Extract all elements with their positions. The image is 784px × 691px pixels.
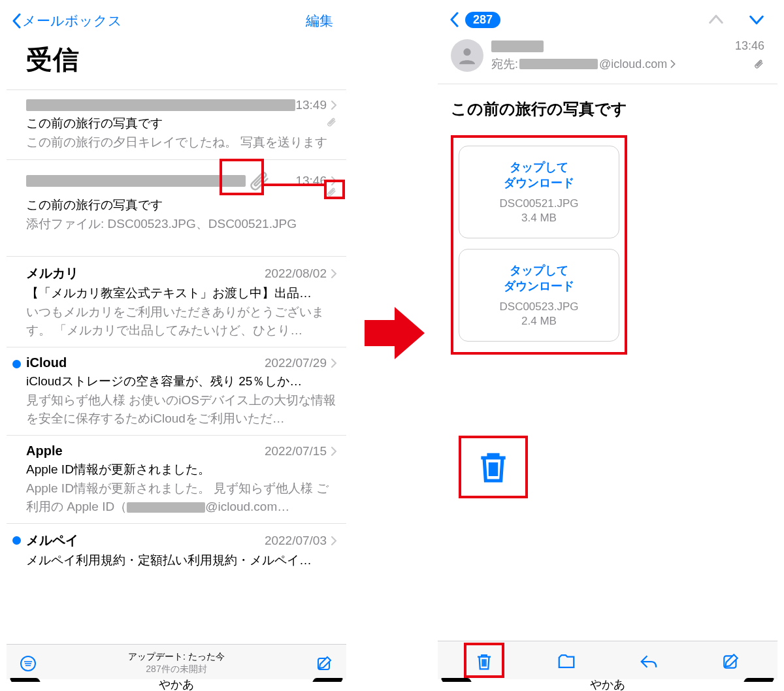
chevron-right-icon	[670, 59, 676, 69]
updated-label: アップデート: たった今	[38, 651, 315, 663]
highlight-box	[324, 180, 345, 199]
message-item[interactable]: 13:49 この前の旅行の写真です この前の旅行の夕日キレイでしたね。 写真を送…	[7, 89, 346, 159]
bottom-toolbar: アップデート: たった今 287件の未開封	[7, 644, 346, 679]
highlight-box	[464, 643, 504, 678]
chevron-right-icon	[331, 268, 337, 279]
keyboard-hint-text: やかあ	[159, 678, 194, 691]
page-title: 受信	[7, 42, 346, 89]
unread-badge[interactable]: 287	[465, 12, 500, 28]
message-subject: この前の旅行の写真です	[26, 197, 337, 214]
message-preview: 添付ファイル: DSC00523.JPG、DSC00521.JPG	[26, 215, 337, 233]
sender-redacted	[26, 175, 246, 187]
message-header: 宛先: @icloud.com 13:46	[438, 39, 777, 84]
avatar[interactable]	[451, 39, 483, 72]
sync-status: アップデート: たった今 287件の未開封	[38, 651, 315, 675]
back-button[interactable]	[449, 12, 459, 27]
message-item[interactable]: 13:46 この前の旅行の写真です 添付ファイル: DSC00523.JPG、D…	[7, 159, 346, 257]
edit-button[interactable]: 編集	[306, 12, 340, 30]
move-button[interactable]	[555, 651, 578, 673]
recipient-line[interactable]: 宛先: @icloud.com	[491, 56, 735, 72]
message-preview: いつもメルカリをご利用いただきありがとうございます。 「メルカリで出品してみたい…	[26, 303, 337, 339]
message-item[interactable]: Apple 2022/07/15 Apple ID情報が更新されました。 App…	[7, 435, 346, 523]
reply-icon	[639, 652, 659, 671]
trash-enlarged	[459, 436, 528, 498]
nav-bar: 287	[438, 0, 777, 39]
keyboard-hint: やかあ	[438, 677, 777, 691]
prev-message-button[interactable]	[707, 10, 725, 29]
bottom-toolbar	[438, 641, 777, 679]
inbox-screen: メールボックス 編集 受信 13:49 この前の旅行の写真です この前の旅行の夕…	[7, 0, 346, 691]
compose-button[interactable]	[720, 651, 742, 673]
message-date: 2022/07/03	[265, 534, 327, 548]
filter-button[interactable]	[18, 654, 38, 673]
message-preview: Apple ID情報が更新されました。 見ず知らず他人様 ご利用の Apple …	[26, 479, 337, 515]
delete-button[interactable]	[473, 651, 495, 673]
message-subject: Apple ID情報が更新されました。	[26, 461, 337, 478]
message-subject: この前の旅行の写真です	[26, 115, 337, 132]
message-subject: 【「メルカリ教室公式テキスト」お渡し中】出品…	[26, 285, 337, 302]
annotation-arrow	[365, 307, 425, 359]
highlight-box	[220, 159, 264, 195]
message-sender: メルペイ	[26, 532, 265, 549]
message-date: 2022/07/29	[265, 356, 327, 370]
chevron-right-icon	[331, 358, 337, 368]
back-label: メールボックス	[22, 12, 122, 30]
highlight-connector	[264, 184, 324, 186]
message-item[interactable]: メルカリ 2022/08/02 【「メルカリ教室公式テキスト」お渡し中】出品… …	[7, 256, 346, 347]
message-date: 13:49	[295, 98, 327, 112]
keyboard-hint: やかあ	[7, 677, 346, 691]
message-item[interactable]: iCloud 2022/07/29 iCloudストレージの空き容量が、残り 2…	[7, 347, 346, 435]
to-label: 宛先:	[491, 56, 518, 72]
compose-button[interactable]	[315, 654, 335, 673]
chevron-right-icon	[331, 536, 337, 546]
attachments-area: タップして ダウンロード DSC00521.JPG 3.4 MB タップして ダ…	[451, 135, 627, 352]
nav-bar: メールボックス 編集	[7, 0, 346, 42]
message-subject: この前の旅行の写真です	[438, 84, 777, 135]
message-item[interactable]: メルペイ 2022/07/03 メルペイ利用規約・定額払い利用規約・メルペイ…	[7, 523, 346, 577]
message-subject: iCloudストレージの空き容量が、残り 25％しか…	[26, 373, 337, 390]
highlight-box	[459, 436, 528, 498]
unread-count: 287件の未開封	[38, 664, 315, 675]
sender-redacted	[491, 40, 544, 52]
folder-icon	[557, 652, 576, 671]
message-time: 13:46	[735, 39, 764, 53]
reply-button[interactable]	[638, 651, 660, 673]
chevron-right-icon	[331, 100, 337, 110]
message-preview: 見ず知らず他人様 お使いのiOSデバイス上の大切な情報を安全に保存するためiCl…	[26, 391, 337, 427]
message-subject: メルペイ利用規約・定額払い利用規約・メルペイ…	[26, 552, 337, 569]
message-date: 2022/08/02	[265, 266, 327, 281]
compose-icon	[721, 652, 741, 671]
message-detail-screen: 287 宛先: @icloud.com 13:46 この前の旅行の写真です タッ…	[438, 0, 777, 691]
svg-point-2	[463, 48, 470, 56]
keyboard-hint-text: やかあ	[590, 678, 625, 691]
message-date: 2022/07/15	[265, 444, 327, 458]
message-list: 13:49 この前の旅行の写真です この前の旅行の夕日キレイでしたね。 写真を送…	[7, 89, 346, 577]
redacted-text	[127, 502, 205, 513]
next-message-button[interactable]	[747, 10, 766, 29]
to-domain: @icloud.com	[599, 57, 667, 71]
message-sender: メルカリ	[26, 265, 265, 282]
message-preview: この前の旅行の夕日キレイでしたね。 写真を送ります	[26, 133, 337, 152]
message-sender: iCloud	[26, 355, 265, 370]
chevron-left-icon	[12, 13, 21, 29]
redacted-text	[519, 59, 598, 69]
unread-indicator	[12, 360, 21, 368]
preview-text: @icloud.com…	[205, 500, 289, 513]
message-sender: Apple	[26, 443, 265, 458]
paperclip-icon	[325, 116, 337, 128]
back-button[interactable]: メールボックス	[12, 12, 122, 30]
highlight-box	[451, 135, 627, 355]
paperclip-icon	[753, 58, 764, 70]
chevron-right-icon	[331, 446, 337, 457]
unread-indicator	[12, 536, 21, 545]
person-icon	[457, 45, 478, 66]
sender-redacted	[26, 99, 295, 111]
